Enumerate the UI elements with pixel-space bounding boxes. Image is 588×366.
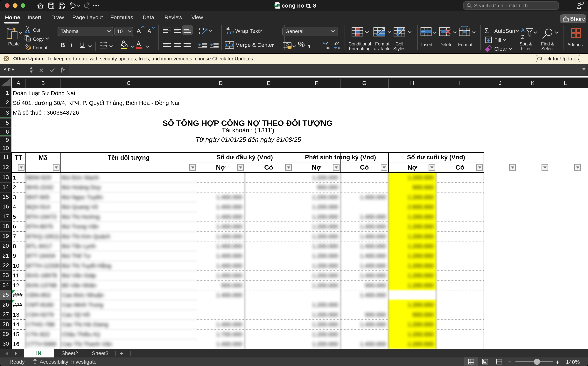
svg-text:0: 0 <box>326 42 329 46</box>
svg-text:.00: .00 <box>334 42 339 46</box>
svg-text:X: X <box>275 4 277 7</box>
svg-text:c: c <box>199 30 201 35</box>
svg-text:0: 0 <box>338 46 340 50</box>
svg-text:c: c <box>226 30 228 35</box>
svg-text:A: A <box>521 27 525 33</box>
svg-text:.00: .00 <box>325 46 330 50</box>
svg-text:Z: Z <box>521 34 525 40</box>
